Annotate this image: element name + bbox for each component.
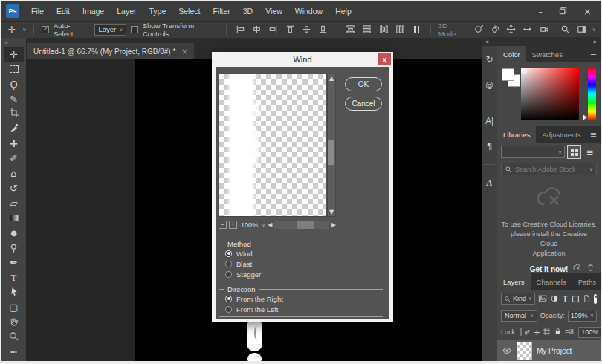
tool-quick-selection[interactable]: ✎ <box>4 91 24 106</box>
menu-3d[interactable]: 3D <box>243 7 253 16</box>
menu-file[interactable]: File <box>31 7 44 16</box>
opacity-dropdown[interactable]: 100% ∨ <box>568 311 597 322</box>
workspace-icon[interactable] <box>576 23 588 36</box>
tool-move[interactable]: ✛ <box>4 47 24 62</box>
color-saturation-field[interactable] <box>521 68 579 120</box>
tool-dodge[interactable]: ⚲ <box>4 241 24 256</box>
preview-vertical-scrollbar[interactable]: ▲ ▼ <box>327 74 336 217</box>
foreground-color-swatch[interactable] <box>502 68 514 81</box>
align-left-edges-icon[interactable] <box>234 23 246 36</box>
zoom-level-chevron-icon[interactable]: ∨ <box>262 222 265 228</box>
layer-filter-kind-dropdown[interactable]: Kind ∨ <box>501 293 535 305</box>
scroll-up-icon[interactable]: ▲ <box>328 75 335 82</box>
scroll-down-icon[interactable]: ▼ <box>328 209 335 215</box>
direction-option-from-right[interactable]: From the Right <box>219 293 383 304</box>
radio-icon[interactable] <box>225 271 232 278</box>
horizontal-scroll-thumb[interactable] <box>297 221 314 229</box>
menu-help[interactable]: Help <box>335 7 352 16</box>
menu-layer[interactable]: Layer <box>117 7 136 16</box>
method-option-wind[interactable]: Wind <box>219 248 383 259</box>
device-preview-panel-icon[interactable]: @ <box>482 77 496 92</box>
zoom-in-button[interactable]: + <box>229 221 237 229</box>
show-transform-label[interactable]: Show Transform Controls <box>143 22 219 38</box>
show-transform-checkbox[interactable] <box>131 26 138 33</box>
lock-position-icon[interactable]: ✛ <box>534 328 540 337</box>
auto-select-checkbox[interactable]: ✓ <box>42 26 49 33</box>
history-panel-icon[interactable]: ↻ <box>482 52 496 67</box>
tool-path-selection[interactable] <box>4 285 24 300</box>
align-top-edges-icon[interactable] <box>284 23 296 36</box>
tab-layers[interactable]: Layers <box>497 273 531 290</box>
3d-slide-icon[interactable] <box>522 23 534 36</box>
tool-eraser[interactable]: ▱ <box>4 195 24 210</box>
distribute-spacing-icon[interactable] <box>411 23 423 36</box>
document-tab[interactable]: Untitled-1 @ 66.7% (My Project, RGB/8#) … <box>27 43 194 59</box>
character-panel-icon[interactable]: A| <box>482 114 496 129</box>
radio-label[interactable]: Wind <box>236 250 253 258</box>
distribute-top-edges-icon[interactable] <box>345 23 357 36</box>
filter-pixel-layers-icon[interactable] <box>538 293 547 305</box>
menu-window[interactable]: Window <box>295 7 323 16</box>
radio-label[interactable]: From the Right <box>236 295 283 303</box>
3d-rotate-icon[interactable] <box>472 23 484 36</box>
3d-roll-icon[interactable] <box>488 23 500 36</box>
align-horizontal-centers-icon[interactable] <box>251 23 263 36</box>
tab-libraries[interactable]: Libraries <box>497 126 536 143</box>
tab-color[interactable]: Color <box>497 46 526 62</box>
grid-view-button[interactable] <box>568 146 580 158</box>
tool-spot-healing-brush[interactable]: ✚ <box>4 136 24 151</box>
lock-image-brush-icon[interactable]: ✐ <box>525 328 531 337</box>
tool-type[interactable]: T <box>4 270 24 285</box>
menu-view[interactable]: View <box>265 7 282 16</box>
tool-preset-chevron-icon[interactable]: ∨ <box>22 27 26 33</box>
filter-preview[interactable] <box>219 74 326 217</box>
trash-icon[interactable] <box>586 263 595 272</box>
cancel-button[interactable]: Cancel <box>345 97 382 111</box>
tool-gradient[interactable] <box>4 211 24 226</box>
layer-thumbnail[interactable] <box>517 342 532 360</box>
tool-eyedropper[interactable] <box>4 121 24 136</box>
align-right-edges-icon[interactable] <box>268 23 279 36</box>
tab-adjustments[interactable]: Adjustments <box>536 126 586 143</box>
distribute-bottom-edges-icon[interactable] <box>378 23 389 36</box>
library-select-dropdown[interactable]: ∨ <box>501 146 565 158</box>
tab-close-icon[interactable]: × <box>181 48 187 56</box>
menu-image[interactable]: Image <box>82 7 104 16</box>
filter-type-layers-icon[interactable]: T <box>562 293 569 305</box>
dialog-close-button[interactable]: x <box>378 53 391 65</box>
lock-transparency-icon[interactable] <box>520 328 522 336</box>
filter-shape-layers-icon[interactable] <box>572 293 580 305</box>
radio-icon[interactable] <box>225 296 232 302</box>
tab-swatches[interactable]: Swatches <box>526 46 569 62</box>
tool-blur[interactable]: ● <box>4 226 24 241</box>
tab-paths[interactable]: Paths <box>572 273 602 290</box>
align-vertical-centers-icon[interactable] <box>300 23 312 36</box>
align-bottom-edges-icon[interactable] <box>317 23 328 36</box>
workspace-chevron-icon[interactable]: ∨ <box>592 27 596 33</box>
zoom-out-button[interactable]: − <box>219 221 227 229</box>
layer-row[interactable]: My Project <box>497 340 601 362</box>
scroll-left-icon[interactable]: ◀ <box>268 221 272 228</box>
collapse-panels-icon[interactable]: » <box>593 39 597 45</box>
radio-label[interactable]: Stagger <box>236 270 261 279</box>
3d-camera-icon[interactable] <box>538 23 550 36</box>
menu-type[interactable]: Type <box>149 7 166 16</box>
scroll-right-icon[interactable]: ▶ <box>331 221 336 228</box>
hue-slider[interactable] <box>588 68 596 120</box>
menu-edit[interactable]: Edit <box>56 7 70 16</box>
distribute-vertical-centers-icon[interactable] <box>361 23 373 36</box>
toolbar-more-button[interactable]: ••• <box>4 345 24 360</box>
radio-icon[interactable] <box>225 306 232 313</box>
3d-drag-icon[interactable] <box>505 23 517 36</box>
menu-select[interactable]: Select <box>178 7 200 16</box>
layer-visibility-eye-icon[interactable] <box>502 346 512 357</box>
tool-history-brush[interactable]: ↺ <box>4 181 24 195</box>
tool-pen[interactable]: ✒ <box>4 256 24 270</box>
blend-mode-dropdown[interactable]: Normal ∨ <box>501 310 537 322</box>
tool-clone-stamp[interactable]: ⌂ <box>4 166 24 181</box>
auto-select-label[interactable]: Auto-Select: <box>54 22 90 38</box>
radio-icon[interactable] <box>225 261 232 267</box>
menu-filter[interactable]: Filter <box>213 7 230 16</box>
close-icon[interactable]: × <box>583 6 592 17</box>
tool-zoom[interactable] <box>4 330 24 345</box>
